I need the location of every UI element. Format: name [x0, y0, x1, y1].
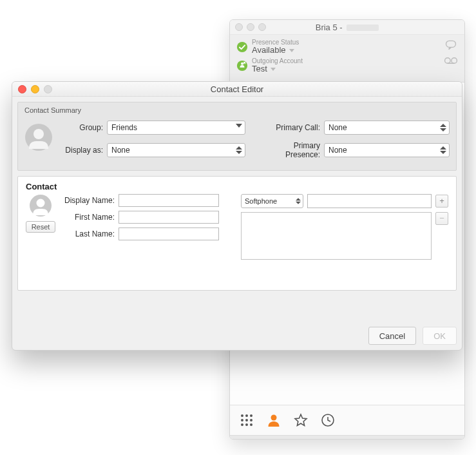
svg-point-15: [250, 423, 252, 426]
svg-point-10: [241, 419, 243, 421]
dialog-titlebar: Contact Editor: [12, 82, 462, 97]
favorites-tab-icon[interactable]: [293, 412, 309, 428]
svg-point-16: [271, 414, 277, 420]
reset-avatar-button[interactable]: Reset: [26, 221, 55, 233]
softphone-address-input[interactable]: [307, 194, 432, 208]
primary-call-value: None: [328, 123, 347, 132]
display-as-label: Display as:: [59, 146, 103, 155]
display-as-field: Display as: None: [59, 141, 245, 160]
outgoing-account-icon: [236, 60, 248, 72]
svg-point-14: [245, 423, 248, 426]
presence-available-icon: [236, 41, 248, 53]
contact-heading: Contact: [26, 182, 448, 191]
history-tab-icon[interactable]: [320, 412, 336, 428]
group-label: Group:: [59, 123, 103, 132]
voicemail-icon[interactable]: [444, 57, 458, 64]
svg-point-11: [245, 419, 248, 421]
outgoing-account-value: Test: [252, 64, 267, 73]
bria-footer: COUNTERPATH: [230, 435, 464, 440]
svg-point-12: [250, 419, 252, 421]
dialog-footer: Cancel OK: [12, 322, 462, 350]
display-name-input[interactable]: [119, 194, 219, 207]
presence-status-row[interactable]: Presence Status Available: [236, 39, 458, 55]
add-softphone-button[interactable]: +: [435, 195, 448, 208]
remove-softphone-button[interactable]: −: [435, 212, 448, 225]
outgoing-account-row[interactable]: Outgoing Account Test: [236, 57, 458, 73]
softphone-list[interactable]: [241, 212, 432, 260]
contacts-tab-icon[interactable]: [266, 412, 281, 428]
display-name-label: Display Name:: [61, 196, 115, 205]
svg-point-9: [250, 414, 252, 417]
svg-point-7: [241, 414, 243, 417]
presence-status-value: Available: [252, 45, 286, 55]
svg-point-23: [33, 129, 44, 139]
svg-point-4: [445, 58, 451, 64]
svg-point-2: [241, 63, 243, 65]
display-as-value: None: [111, 146, 130, 155]
primary-call-field: Primary Call: None: [263, 121, 450, 135]
svg-point-8: [245, 414, 248, 417]
first-name-label: First Name:: [61, 213, 115, 222]
group-select[interactable]: Friends: [107, 121, 245, 135]
softphone-type-select[interactable]: Softphone: [241, 194, 303, 208]
bria-header: Presence Status Available Outgoing Accou…: [230, 35, 464, 82]
stepper-arrows-icon: [236, 146, 242, 154]
display-as-select[interactable]: None: [107, 143, 245, 157]
stepper-arrows-icon: [440, 146, 446, 154]
cancel-button[interactable]: Cancel: [368, 327, 416, 345]
plus-icon: +: [439, 196, 444, 206]
last-name-label: Last Name:: [61, 229, 115, 238]
svg-point-0: [237, 42, 247, 52]
chevron-down-icon: [289, 49, 294, 52]
contact-summary-heading: Contact Summary: [24, 106, 450, 114]
last-name-input[interactable]: [119, 228, 219, 240]
bria-title-account-hidden: [347, 24, 379, 31]
chevron-down-icon: [236, 124, 242, 131]
svg-point-13: [241, 423, 243, 426]
dialog-title: Contact Editor: [12, 84, 462, 94]
softphone-type-value: Softphone: [245, 197, 277, 205]
ok-button: OK: [423, 327, 457, 345]
summary-avatar-icon: [24, 123, 53, 151]
contact-avatar-icon[interactable]: [29, 194, 52, 217]
svg-point-25: [37, 198, 45, 207]
dialpad-tab-icon[interactable]: [239, 412, 254, 428]
stepper-arrows-icon: [440, 124, 446, 131]
messages-icon[interactable]: [444, 39, 458, 52]
bria-titlebar: Bria 5 -: [230, 20, 464, 35]
svg-point-5: [452, 58, 457, 64]
primary-presence-select[interactable]: None: [324, 143, 450, 157]
bria-window-title: Bria 5 -: [230, 23, 464, 32]
first-name-input[interactable]: [119, 211, 219, 224]
bria-title-text: Bria 5 -: [316, 23, 343, 32]
chevron-down-icon: [271, 68, 276, 71]
primary-presence-value: None: [328, 146, 347, 155]
minus-icon: −: [439, 213, 444, 223]
svg-rect-3: [446, 41, 456, 47]
primary-presence-field: Primary Presence: None: [263, 141, 450, 160]
contact-editor-dialog: Contact Editor Contact Summary Group: Fr…: [12, 81, 462, 351]
primary-call-label: Primary Call:: [263, 123, 320, 132]
stepper-arrows-icon: [296, 198, 301, 204]
bria-tabbar: [230, 405, 464, 435]
contact-panel: Contact Reset Display Name:: [17, 176, 457, 291]
group-value: Friends: [111, 123, 137, 132]
primary-presence-label: Primary Presence:: [263, 141, 320, 160]
contact-summary-panel: Contact Summary Group: Friends: [17, 102, 457, 171]
primary-call-select[interactable]: None: [324, 121, 450, 135]
group-field: Group: Friends: [59, 121, 245, 135]
